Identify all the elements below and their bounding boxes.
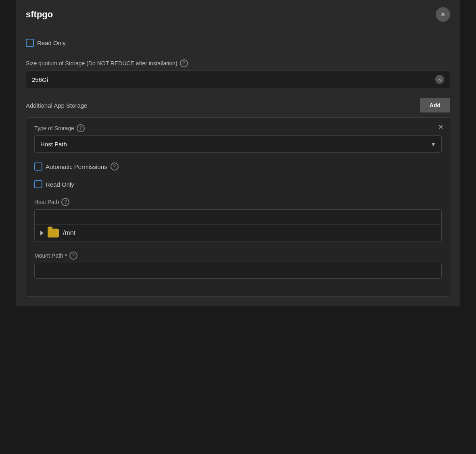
modal-body: Read Only Size quotum of Storage (Do NOT… [16, 29, 460, 306]
type-of-storage-group: Type of Storage ? Host Path NFS Share SM… [34, 124, 442, 153]
mount-path-help-icon[interactable]: ? [69, 252, 77, 260]
host-path-help-icon[interactable]: ? [61, 198, 69, 206]
read-only-label: Read Only [46, 181, 74, 188]
type-of-storage-label: Type of Storage ? [34, 124, 442, 132]
modal-close-button[interactable]: × [436, 7, 450, 22]
modal-container: sftpgo × Read Only Size quotum of Storag… [16, 0, 460, 306]
type-of-storage-select[interactable]: Host Path NFS Share SMB Share iXVolume [34, 135, 442, 153]
mount-path-label: Mount Path * ? [34, 252, 442, 260]
add-storage-button[interactable]: Add [420, 98, 450, 112]
size-quota-label: Size quotum of Storage (Do NOT REDUCE af… [26, 59, 450, 67]
host-path-group: Host Path ? /mnt [34, 198, 442, 242]
mount-path-input-wrapper [34, 263, 442, 279]
size-quota-help-icon[interactable]: ? [180, 59, 188, 67]
folder-label: /mnt [63, 229, 75, 237]
automatic-permissions-help-icon[interactable]: ? [111, 162, 119, 171]
folder-expand-icon [40, 231, 44, 235]
folder-icon [48, 229, 59, 237]
host-path-folder-row[interactable]: /mnt [35, 225, 441, 242]
additional-storage-header: Additional App Storage Add [26, 98, 450, 112]
storage-card: × Type of Storage ? Host Path NFS Share … [26, 117, 450, 297]
size-quota-group: Size quotum of Storage (Do NOT REDUCE af… [26, 59, 450, 88]
host-path-input[interactable] [35, 210, 441, 225]
automatic-permissions-group: Automatic Permissions ? [34, 162, 442, 171]
automatic-permissions-row: Automatic Permissions ? [34, 162, 442, 171]
type-of-storage-select-wrapper: Host Path NFS Share SMB Share iXVolume ▼ [34, 135, 442, 153]
modal-header: sftpgo × [16, 0, 460, 29]
mount-path-group: Mount Path * ? [34, 252, 442, 279]
host-path-file-browser: /mnt [34, 209, 442, 242]
type-of-storage-help-icon[interactable]: ? [77, 124, 85, 132]
read-only-top-label: Read Only [37, 40, 66, 46]
host-path-label: Host Path ? [34, 198, 442, 206]
automatic-permissions-checkbox[interactable] [34, 162, 42, 171]
size-quota-clear-button[interactable]: × [435, 75, 444, 84]
read-only-checkbox[interactable] [34, 180, 42, 188]
size-quota-input[interactable] [32, 76, 435, 83]
read-only-top-row: Read Only [26, 39, 450, 47]
additional-storage-label: Additional App Storage [26, 102, 88, 109]
size-quota-input-wrapper: × [26, 71, 450, 88]
modal-title: sftpgo [26, 9, 53, 20]
mount-path-input[interactable] [40, 267, 436, 274]
read-only-group: Read Only [34, 180, 442, 188]
divider-1 [26, 51, 450, 51]
storage-card-close-button[interactable]: × [438, 123, 443, 131]
automatic-permissions-label: Automatic Permissions [46, 163, 107, 170]
read-only-top-checkbox[interactable] [26, 39, 34, 47]
read-only-row: Read Only [34, 180, 442, 188]
